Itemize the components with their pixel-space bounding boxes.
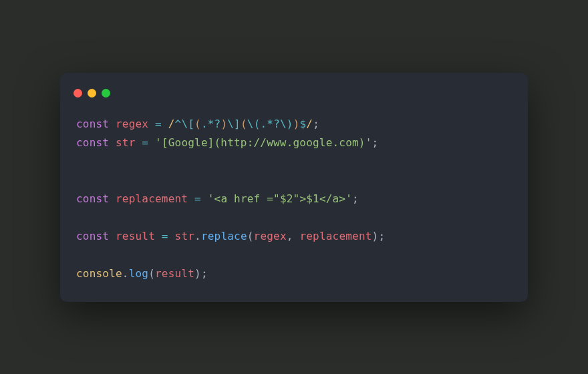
keyword-const: const <box>76 192 109 205</box>
string-literal: '<a href ="$2">$1</a>' <box>208 192 352 205</box>
method-log: log <box>129 267 149 280</box>
blank-line <box>76 246 512 264</box>
identifier-replacement: replacement <box>116 192 188 205</box>
operator-equals: = <box>142 136 148 149</box>
identifier-result: result <box>116 230 155 242</box>
blank-line <box>76 171 512 190</box>
code-line-2: const str = '[Google](http://www.google.… <box>76 134 512 152</box>
minimize-icon[interactable] <box>88 89 96 98</box>
method-replace: replace <box>201 230 247 242</box>
code-block: const regex = /^\[(.*?)\](\(.*?\))$/; co… <box>60 110 528 283</box>
identifier-str: str <box>116 136 136 149</box>
close-icon[interactable] <box>74 89 82 98</box>
keyword-const: const <box>76 136 109 149</box>
blank-line <box>76 208 512 227</box>
blank-line <box>76 152 512 171</box>
code-line-3: const replacement = '<a href ="$2">$1</a… <box>76 190 512 208</box>
operator-equals: = <box>194 192 201 205</box>
code-window: const regex = /^\[(.*?)\](\(.*?\))$/; co… <box>60 73 528 302</box>
arg-result: result <box>155 267 194 280</box>
arg-regex: regex <box>254 230 287 242</box>
arg-replacement: replacement <box>299 230 372 242</box>
code-line-1: const regex = /^\[(.*?)\](\(.*?\))$/; <box>76 115 512 134</box>
keyword-const: const <box>76 230 109 242</box>
window-titlebar <box>60 86 528 110</box>
operator-equals: = <box>162 230 168 242</box>
regex-delim: / <box>168 118 175 130</box>
identifier-str: str <box>175 230 195 242</box>
identifier-console: console <box>76 267 122 280</box>
code-line-5: console.log(result); <box>76 264 512 283</box>
string-literal: '[Google](http://www.google.com)' <box>155 136 372 149</box>
maximize-icon[interactable] <box>102 89 110 98</box>
identifier-regex: regex <box>116 118 148 130</box>
operator-equals: = <box>155 118 162 130</box>
code-line-4: const result = str.replace(regex, replac… <box>76 227 512 246</box>
keyword-const: const <box>76 118 109 130</box>
